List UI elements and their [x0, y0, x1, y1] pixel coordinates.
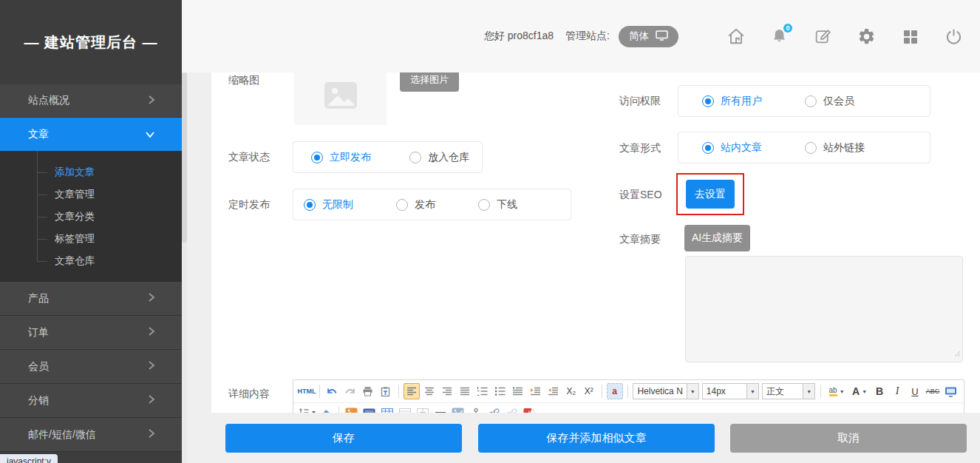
submenu-item-article-warehouse[interactable]: 文章仓库: [0, 250, 182, 272]
radio-unselected[interactable]: [805, 142, 817, 154]
align-justify-icon[interactable]: [457, 383, 473, 399]
insert-video-icon[interactable]: [361, 405, 378, 413]
font-size-select[interactable]: 14px ▼: [702, 383, 759, 399]
radio-option[interactable]: 站外链接: [805, 141, 865, 155]
paste-icon[interactable]: [378, 383, 394, 399]
radio-option[interactable]: 发布: [396, 198, 435, 212]
insert-table-icon[interactable]: [379, 405, 395, 413]
radio-unselected[interactable]: [409, 152, 421, 163]
subscript-button[interactable]: X₂: [563, 383, 579, 399]
insert-map-icon[interactable]: [450, 405, 466, 413]
submenu-item-article-manage[interactable]: 文章管理: [0, 183, 182, 206]
article-form-group: 站内文章 站外链接: [678, 132, 930, 163]
chevron-down-icon: [145, 129, 155, 141]
save-and-add-similar-button[interactable]: 保存并添加相似文章: [478, 424, 715, 453]
sidebar-item-distribution[interactable]: 分销: [0, 384, 182, 418]
insert-link-icon[interactable]: [486, 405, 502, 413]
line-height-icon[interactable]: ▼: [299, 405, 316, 413]
italic-button[interactable]: I: [889, 383, 905, 399]
pdf-import-icon[interactable]: [521, 405, 537, 413]
ai-generate-summary-button[interactable]: AI生成摘要: [684, 225, 750, 251]
strikethrough-button[interactable]: ABC: [925, 383, 941, 399]
radio-option-label[interactable]: 无限制: [322, 198, 353, 212]
sidebar-item-site-overview[interactable]: 站点概况: [0, 84, 182, 118]
radio-option[interactable]: 站内文章: [702, 141, 762, 155]
radio-option[interactable]: 立即发布: [311, 151, 371, 164]
sidebar-item-mail-sms-wechat[interactable]: 邮件/短信/微信: [0, 418, 182, 452]
fullscreen-icon[interactable]: [942, 383, 959, 399]
print-icon[interactable]: [360, 383, 376, 399]
underline-button[interactable]: U: [907, 383, 923, 399]
sidebar-item-orders[interactable]: 订单: [0, 316, 182, 350]
choose-image-button[interactable]: 选择图片: [400, 72, 459, 92]
radio-option-label[interactable]: 放入仓库: [428, 151, 469, 164]
redo-icon[interactable]: [342, 383, 358, 399]
radio-option[interactable]: 下线: [478, 198, 517, 212]
indent-icon[interactable]: [528, 383, 544, 399]
resize-grip-icon[interactable]: [953, 347, 961, 360]
ordered-list-icon[interactable]: [474, 383, 491, 399]
submenu-item-tag-manage[interactable]: 标签管理: [0, 228, 182, 250]
submenu-item-add-article[interactable]: 添加文章: [0, 161, 182, 183]
align-right-icon[interactable]: [439, 383, 455, 399]
radio-unselected[interactable]: [478, 199, 490, 211]
unordered-list-icon[interactable]: [492, 383, 508, 399]
paragraph-style-select[interactable]: 正文 ▼: [762, 383, 815, 399]
table-row-icon[interactable]: [397, 405, 413, 413]
home-icon[interactable]: [726, 27, 746, 47]
align-center-icon[interactable]: [421, 383, 438, 399]
save-button[interactable]: 保存: [225, 424, 462, 453]
content-scrollbar[interactable]: [182, 72, 187, 463]
highlight-color-button[interactable]: ab ▼: [826, 383, 848, 399]
gear-icon[interactable]: [857, 27, 877, 47]
html-source-button[interactable]: HTML: [299, 383, 315, 399]
first-line-indent-icon[interactable]: [510, 383, 526, 399]
horizontal-rule-icon[interactable]: [432, 405, 449, 413]
radio-selected[interactable]: [311, 152, 323, 163]
chevron-right-icon: [148, 394, 155, 407]
radio-option-label[interactable]: 站外链接: [823, 141, 865, 155]
radio-unselected[interactable]: [805, 95, 817, 107]
anchor-icon[interactable]: [468, 405, 484, 413]
radio-unselected[interactable]: [396, 199, 408, 211]
scrollbar-thumb[interactable]: [182, 72, 187, 243]
radio-option[interactable]: 放入仓库: [409, 151, 469, 164]
bell-icon[interactable]: 0: [769, 27, 789, 47]
apps-grid-icon[interactable]: [900, 27, 920, 47]
auto-typeset-button[interactable]: a: [607, 383, 623, 399]
radio-option-label[interactable]: 所有用户: [721, 95, 762, 108]
insert-image-icon[interactable]: [344, 405, 360, 413]
sidebar-item-members[interactable]: 会员: [0, 350, 182, 384]
radio-option-label[interactable]: 站内文章: [721, 141, 762, 155]
language-pill[interactable]: 简体: [619, 26, 678, 47]
power-icon[interactable]: [944, 27, 964, 47]
sidebar-item-articles[interactable]: 文章: [0, 118, 182, 151]
bold-button[interactable]: B: [871, 383, 888, 399]
radio-option[interactable]: 仅会员: [805, 95, 854, 108]
submenu-item-article-category[interactable]: 文章分类: [0, 206, 182, 228]
seo-settings-button[interactable]: 去设置: [686, 180, 735, 209]
radio-option-label[interactable]: 立即发布: [330, 151, 371, 164]
unlink-icon[interactable]: [503, 405, 520, 413]
radio-option-label[interactable]: 下线: [497, 198, 517, 212]
outdent-icon[interactable]: [545, 383, 562, 399]
radio-option-label[interactable]: 仅会员: [823, 95, 854, 108]
summary-textarea[interactable]: [685, 256, 963, 362]
undo-icon[interactable]: [324, 383, 341, 399]
radio-option[interactable]: 所有用户: [702, 95, 762, 108]
font-color-button[interactable]: A ▼: [849, 383, 870, 399]
align-left-icon[interactable]: [404, 383, 420, 399]
merge-cells-icon[interactable]: [415, 405, 431, 413]
radio-selected[interactable]: [304, 199, 316, 211]
radio-selected[interactable]: [702, 142, 714, 154]
radio-option-label[interactable]: 发布: [415, 198, 435, 212]
eraser-icon[interactable]: [318, 405, 334, 413]
radio-option[interactable]: 无限制: [304, 198, 353, 212]
cancel-button[interactable]: 取消: [730, 424, 967, 453]
sidebar-item-products[interactable]: 产品: [0, 282, 182, 316]
superscript-button[interactable]: X²: [581, 383, 597, 399]
font-family-select[interactable]: Helvetica N ▼: [633, 383, 698, 399]
edit-icon[interactable]: [813, 27, 833, 47]
thumbnail-placeholder[interactable]: [294, 72, 387, 125]
radio-selected[interactable]: [702, 95, 714, 107]
